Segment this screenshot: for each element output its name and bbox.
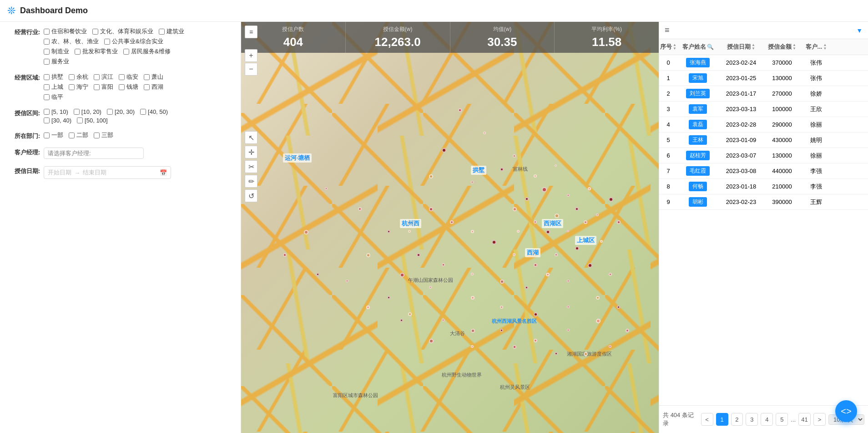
region-option[interactable]: 临平 xyxy=(44,93,63,101)
dept-option[interactable]: 一部 xyxy=(44,131,63,139)
map-label-wuniaoshan: 午潮山国家森林公园 xyxy=(408,277,453,284)
fab-button[interactable]: <> xyxy=(835,400,857,422)
page-4-button[interactable]: 4 xyxy=(761,413,773,426)
name-badge[interactable]: 袁军 xyxy=(689,104,707,114)
page-3-button[interactable]: 3 xyxy=(746,413,758,426)
tool-scissors[interactable]: ✂ xyxy=(245,160,257,173)
cell-mgr: 徐娇 xyxy=(800,90,832,98)
name-badge[interactable]: 何畅 xyxy=(689,182,707,191)
dept-label: 所在部门: xyxy=(7,131,40,140)
cell-seq: 9 xyxy=(659,199,677,205)
name-badge[interactable]: 宋旭 xyxy=(689,73,707,83)
date-range-input[interactable]: 开始日期 → 结束日期 📅 xyxy=(44,166,171,179)
credit-option[interactable]: [20, 30) xyxy=(107,108,135,115)
cell-mgr: 张伟 xyxy=(800,74,832,82)
cell-name[interactable]: 刘兰英 xyxy=(677,89,718,98)
credit-label: 授信区间: xyxy=(7,108,40,117)
next-page-button[interactable]: > xyxy=(813,413,826,426)
cell-name[interactable]: 胡彬 xyxy=(677,197,718,207)
col-header-name[interactable]: 客户姓名 🔍 xyxy=(677,43,718,51)
credit-option[interactable]: [5, 10) xyxy=(44,108,68,115)
tool-move[interactable]: ✛ xyxy=(245,146,257,158)
table-row: 4 袁磊 2023-02-28 290000 徐丽 xyxy=(659,117,868,132)
region-options: 拱墅 余杭 滨江 临安 萧山 上城 海宁 富阳 钱塘 西湖 临平 xyxy=(44,73,233,101)
industry-option[interactable]: 居民服务&维修 xyxy=(123,47,171,56)
table-filter-icon[interactable]: ▼ xyxy=(856,27,863,34)
stat-label: 均值(w) xyxy=(456,25,549,33)
cell-name[interactable]: 张海燕 xyxy=(677,58,718,67)
dept-options: 一部 二部 三部 xyxy=(44,131,233,139)
map-container[interactable]: 授信户数 404授信金额(w) 12,263.0均值(w) 30.35平均利率(… xyxy=(241,22,659,433)
page-2-button[interactable]: 2 xyxy=(731,413,743,426)
region-option[interactable]: 海宁 xyxy=(69,83,88,91)
date-start-placeholder: 开始日期 xyxy=(48,168,71,177)
cell-date: 2023-03-13 xyxy=(718,106,764,112)
cell-mgr: 王欣 xyxy=(800,105,832,113)
col-header-date[interactable]: 授信日期 ▲▼ xyxy=(718,43,764,51)
industry-option[interactable]: 建筑业 xyxy=(159,27,184,36)
name-badge[interactable]: 张海燕 xyxy=(686,58,710,67)
map-toolbar: ≡ xyxy=(245,25,257,38)
manager-label: 客户经理: xyxy=(7,148,40,157)
col-header-mgr[interactable]: 客户... ▲▼ xyxy=(800,43,832,51)
cell-name[interactable]: 袁磊 xyxy=(677,120,718,129)
credit-option[interactable]: [40, 50) xyxy=(140,108,168,115)
last-page-button[interactable]: 41 xyxy=(798,413,811,426)
region-option[interactable]: 萧山 xyxy=(144,73,163,81)
industry-option[interactable]: 服务业 xyxy=(44,57,69,66)
map-background: 西湖区 西湖 上城区 拱墅 杭州西 运河·塘栖 富阳区城市森林公园 宣林线 杭州… xyxy=(241,22,659,433)
credit-option[interactable]: [10, 20) xyxy=(74,108,101,115)
cell-name[interactable]: 赵桂芳 xyxy=(677,151,718,160)
page-5-button[interactable]: 5 xyxy=(776,413,788,426)
credit-option[interactable]: [50, 100] xyxy=(77,117,108,124)
region-option[interactable]: 临安 xyxy=(119,73,138,81)
name-badge[interactable]: 王林 xyxy=(689,135,707,145)
col-header-amount[interactable]: 授信金额 ▲▼ xyxy=(764,43,800,51)
name-badge[interactable]: 袁磊 xyxy=(689,120,707,129)
region-option[interactable]: 余杭 xyxy=(69,73,88,81)
zoom-out-button[interactable]: − xyxy=(245,63,257,76)
dept-option[interactable]: 三部 xyxy=(94,131,113,139)
table-row: 3 袁军 2023-03-13 100000 王欣 xyxy=(659,102,868,117)
col-header-seq[interactable]: 序号 ▲▼ xyxy=(659,43,677,51)
cell-name[interactable]: 袁军 xyxy=(677,104,718,114)
region-option[interactable]: 西湖 xyxy=(144,83,163,91)
region-option[interactable]: 滨江 xyxy=(94,73,113,81)
name-badge[interactable]: 赵桂芳 xyxy=(686,151,710,160)
cell-name[interactable]: 毛红霞 xyxy=(677,166,718,176)
table-row: 8 何畅 2023-01-18 210000 李强 xyxy=(659,179,868,194)
page-1-button[interactable]: 1 xyxy=(716,413,728,426)
tool-pencil[interactable]: ✏ xyxy=(245,175,257,188)
region-option[interactable]: 钱塘 xyxy=(119,83,138,91)
credit-option[interactable]: [30, 40) xyxy=(44,117,71,124)
cell-name[interactable]: 宋旭 xyxy=(677,73,718,83)
industry-option[interactable]: 农、林、牧、渔业 xyxy=(44,37,99,46)
map-label-lianghu: 杭州灵风景区 xyxy=(500,384,530,391)
dept-option[interactable]: 二部 xyxy=(69,131,88,139)
name-badge[interactable]: 刘兰英 xyxy=(686,89,710,98)
table-menu-icon[interactable]: ≡ xyxy=(665,25,670,35)
name-badge[interactable]: 毛红霞 xyxy=(686,166,710,176)
region-option[interactable]: 拱墅 xyxy=(44,73,63,81)
zoom-in-button[interactable]: + xyxy=(245,49,257,62)
tool-cursor[interactable]: ↖ xyxy=(245,131,257,144)
industry-option[interactable]: 批发和零售业 xyxy=(75,47,118,56)
prev-page-button[interactable]: < xyxy=(701,413,713,426)
cell-name[interactable]: 王林 xyxy=(677,135,718,145)
industry-option[interactable]: 文化、体育和娱乐业 xyxy=(92,27,153,36)
industry-option[interactable]: 公共事业&综合实业 xyxy=(104,37,163,46)
cell-date: 2023-01-17 xyxy=(718,90,764,97)
cell-seq: 3 xyxy=(659,106,677,112)
industry-option[interactable]: 住宿和餐饮业 xyxy=(44,27,87,36)
industry-option[interactable]: 制造业 xyxy=(44,47,69,56)
manager-input[interactable] xyxy=(44,148,144,159)
map-region-xihu: 西湖 xyxy=(525,248,540,257)
cell-seq: 8 xyxy=(659,183,677,190)
name-badge[interactable]: 胡彬 xyxy=(689,197,707,207)
tool-refresh[interactable]: ↺ xyxy=(245,189,257,202)
cell-name[interactable]: 何畅 xyxy=(677,182,718,191)
region-option[interactable]: 上城 xyxy=(44,83,63,91)
region-option[interactable]: 富阳 xyxy=(94,83,113,91)
menu-button[interactable]: ≡ xyxy=(245,25,257,38)
cell-date: 2023-02-24 xyxy=(718,59,764,66)
